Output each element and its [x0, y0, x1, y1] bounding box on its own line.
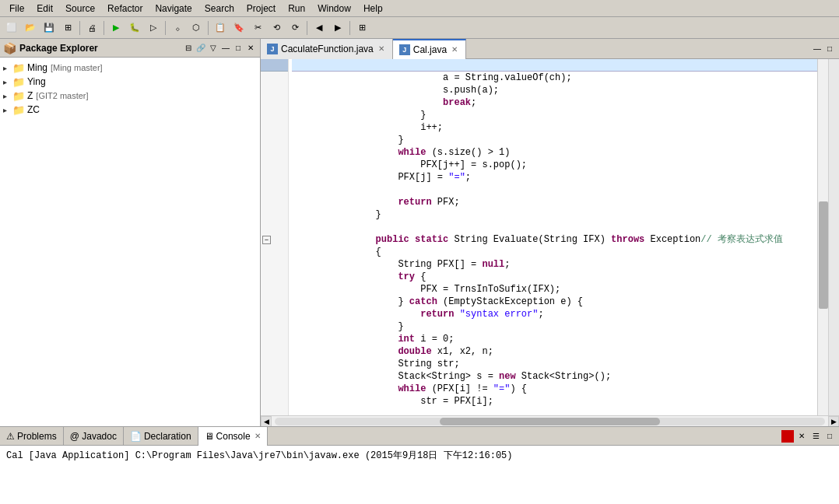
toolbar-ext1[interactable]: ⬦ — [169, 19, 186, 37]
toolbar-open[interactable]: 📂 — [22, 19, 39, 37]
g16 — [261, 258, 288, 271]
menu-navigate[interactable]: Navigate — [149, 2, 198, 16]
console-max-btn[interactable]: □ — [823, 430, 836, 443]
tree-item-z[interactable]: ▸ 📁 Z [GIT2 master] — [0, 89, 260, 103]
tab-javadoc[interactable]: @ Javadoc — [64, 427, 124, 446]
toolbar: ⬜ 📂 💾 ⊞ 🖨 ▶ 🐛 ▷ ⬦ ⬡ 📋 🔖 ✂ ⟲ ⟳ ◀ ▶ ⊞ — [0, 17, 839, 39]
h-scrollbar[interactable]: ◀ ▶ — [261, 415, 839, 426]
code-line-15: { — [292, 246, 817, 258]
editor-maximize[interactable]: □ — [823, 43, 836, 55]
code-line-23: double x1, x2, n; — [292, 345, 817, 358]
link-editor-btn[interactable]: 🔗 — [195, 42, 207, 54]
g19 — [261, 296, 288, 308]
g9 — [261, 171, 288, 184]
panel-title: Package Explorer — [19, 43, 182, 54]
z-toggle[interactable]: ▸ — [3, 92, 12, 100]
toolbar-run[interactable]: ▶ — [107, 19, 125, 37]
console-menu-btn[interactable]: ☰ — [809, 430, 822, 443]
menu-help[interactable]: Help — [357, 2, 389, 16]
problems-icon: ⚠ — [6, 431, 15, 442]
menu-file[interactable]: File — [3, 2, 30, 16]
toolbar-ext4[interactable]: 🔖 — [230, 19, 247, 37]
sep6 — [349, 21, 350, 35]
toolbar-ext3[interactable]: 📋 — [212, 19, 229, 37]
code-line-1: a = String.valueOf(ch); — [292, 72, 817, 84]
stop-btn[interactable] — [781, 430, 794, 443]
console-close-btn[interactable]: ✕ — [795, 430, 808, 443]
toolbar-fwd[interactable]: ▶ — [329, 19, 346, 37]
toolbar-debug[interactable]: 🐛 — [126, 19, 143, 37]
caculate-icon: J — [267, 44, 278, 54]
maximize-btn[interactable]: □ — [232, 42, 244, 54]
cal-close[interactable]: ✕ — [450, 45, 459, 54]
z-label: Z — [27, 90, 33, 101]
code-line-16: String PFX[] = null; — [292, 258, 817, 271]
ying-toggle[interactable]: ▸ — [3, 78, 12, 86]
view-menu-btn[interactable]: ▽ — [207, 42, 219, 54]
zc-label: ZC — [27, 104, 40, 115]
toolbar-ext7[interactable]: ⟳ — [286, 19, 304, 37]
g14-collapse[interactable]: − — [261, 233, 288, 246]
code-line-14: public static String Evaluate(String IFX… — [292, 233, 817, 246]
console-content: Cal [Java Application] C:\Program Files\… — [0, 446, 839, 504]
menu-window[interactable]: Window — [311, 2, 357, 16]
close-btn[interactable]: ✕ — [244, 42, 257, 54]
declaration-icon: 📄 — [130, 431, 142, 442]
toolbar-perspective[interactable]: ⊞ — [353, 19, 370, 37]
menu-run[interactable]: Run — [282, 2, 311, 16]
menu-project[interactable]: Project — [240, 2, 282, 16]
g8 — [261, 159, 288, 171]
code-line-11: return PFX; — [292, 196, 817, 208]
code-line-18: PFX = TrnsInToSufix(IFX); — [292, 283, 817, 296]
toolbar-back[interactable]: ◀ — [311, 19, 328, 37]
h-scroll-thumb[interactable] — [440, 418, 660, 425]
toolbar-run-ext[interactable]: ▷ — [145, 19, 162, 37]
editor-minimize[interactable]: — — [811, 43, 823, 55]
g21 — [261, 320, 288, 333]
ming-toggle[interactable]: ▸ — [3, 64, 12, 72]
code-line-5: i++; — [292, 121, 817, 134]
code-line-21: } — [292, 320, 817, 333]
code-line-10 — [292, 184, 817, 196]
zc-toggle[interactable]: ▸ — [3, 106, 12, 114]
code-line-9: PFX[j] = "="; — [292, 171, 817, 184]
code-scroll[interactable]: a = String.valueOf(ch); s.push(a); break… — [289, 59, 817, 415]
toolbar-save[interactable]: 💾 — [40, 19, 58, 37]
toolbar-ext2[interactable]: ⬡ — [188, 19, 205, 37]
tree-item-ying[interactable]: ▸ 📁 Ying — [0, 75, 260, 89]
g13 — [261, 221, 288, 233]
h-scroll-right[interactable]: ▶ — [828, 416, 839, 427]
toolbar-ext6[interactable]: ⟲ — [268, 19, 285, 37]
tab-declaration[interactable]: 📄 Declaration — [124, 427, 198, 446]
code-line-3: break; — [292, 96, 817, 109]
code-line-24: String str; — [292, 358, 817, 370]
tree-item-ming[interactable]: ▸ 📁 Ming [Ming master] — [0, 61, 260, 75]
menu-edit[interactable]: Edit — [30, 2, 59, 16]
h-scroll-left[interactable]: ◀ — [261, 416, 272, 427]
right-scrollbar[interactable] — [817, 59, 828, 415]
menu-refactor[interactable]: Refactor — [101, 2, 149, 16]
code-line-20: return "syntax error"; — [292, 308, 817, 320]
tab-caculate[interactable]: J CaculateFunction.java ✕ — [261, 39, 393, 59]
tab-console[interactable]: 🖥 Console ✕ — [198, 427, 268, 446]
toolbar-save-all[interactable]: ⊞ — [59, 19, 76, 37]
side-marker — [828, 59, 839, 415]
tree-item-zc[interactable]: ▸ 📁 ZC — [0, 103, 260, 117]
g6 — [261, 134, 288, 146]
toolbar-print[interactable]: 🖨 — [83, 19, 100, 37]
minimize-btn[interactable]: — — [219, 42, 232, 54]
toolbar-new[interactable]: ⬜ — [3, 19, 20, 37]
collapse-icon[interactable]: − — [262, 236, 271, 244]
collapse-all-btn[interactable]: ⊟ — [182, 42, 195, 54]
menu-source[interactable]: Source — [59, 2, 101, 16]
toolbar-ext5[interactable]: ✂ — [249, 19, 266, 37]
h-scroll-track[interactable] — [275, 418, 825, 425]
z-sublabel: [GIT2 master] — [36, 91, 88, 100]
code-line-22: int i = 0; — [292, 333, 817, 345]
tab-bar: J CaculateFunction.java ✕ J Cal.java ✕ —… — [261, 39, 839, 59]
caculate-close[interactable]: ✕ — [377, 44, 386, 54]
tab-problems[interactable]: ⚠ Problems — [0, 427, 64, 446]
menu-search[interactable]: Search — [198, 2, 240, 16]
v-scroll-thumb[interactable] — [819, 201, 828, 308]
tab-cal[interactable]: J Cal.java ✕ — [393, 39, 466, 59]
